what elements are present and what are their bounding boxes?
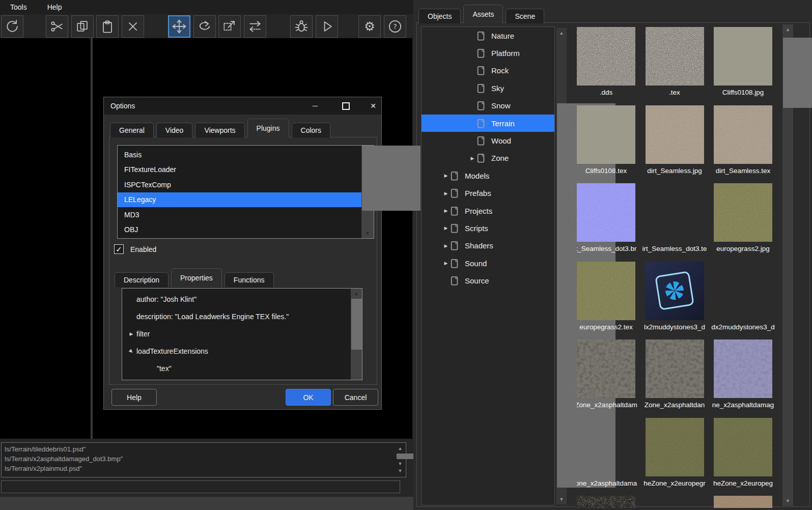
- tree-item-nature[interactable]: Nature: [422, 27, 554, 44]
- asset-cell[interactable]: [714, 496, 772, 508]
- help-button[interactable]: Help: [111, 389, 157, 406]
- asset-cell[interactable]: heZone_x2europeg: [714, 418, 772, 496]
- asset-grid[interactable]: .dds.texCliffs0108.jpgCliffs0108.texdirt…: [577, 27, 782, 508]
- close-button[interactable]: ✕: [365, 97, 382, 115]
- expand-arrow-icon[interactable]: [126, 331, 136, 336]
- tree-item-shaders[interactable]: Shaders: [422, 237, 554, 254]
- plugin-item[interactable]: Basis: [118, 147, 361, 162]
- properties-scroll-thumb[interactable]: [351, 299, 362, 350]
- scale-button[interactable]: [218, 15, 241, 38]
- asset-cell[interactable]: ne_x2asphaltdamag: [714, 339, 772, 418]
- tab-colors[interactable]: Colors: [292, 123, 330, 137]
- tab-viewports[interactable]: Viewports: [195, 123, 244, 137]
- tree-item-scripts[interactable]: Scripts: [422, 219, 554, 237]
- asset-cell[interactable]: dirt_Seamless.tex: [714, 105, 772, 184]
- tab-objects[interactable]: Objects: [418, 9, 461, 23]
- expand-arrow-icon[interactable]: [442, 243, 450, 248]
- asset-cell[interactable]: dirt_Seamless.jpg: [646, 105, 704, 184]
- tab-assets[interactable]: Assets: [463, 5, 503, 23]
- tab-scene[interactable]: Scene: [506, 9, 544, 23]
- copy-button[interactable]: [71, 15, 94, 38]
- asset-cell[interactable]: dx2muddystones3_d: [714, 262, 772, 340]
- property-row[interactable]: "tex": [122, 360, 351, 377]
- expand-arrow-icon[interactable]: [468, 156, 477, 161]
- expand-arrow-icon[interactable]: [442, 191, 450, 196]
- tree-item-sky[interactable]: Sky: [422, 79, 554, 97]
- asset-cell[interactable]: Cliffs0108.jpg: [714, 27, 772, 105]
- translate-button[interactable]: [244, 15, 266, 38]
- rotate-button[interactable]: [193, 15, 216, 38]
- run-button[interactable]: [316, 15, 338, 38]
- tab-functions[interactable]: Functions: [225, 272, 274, 287]
- console-log[interactable]: ls/Terrain/tileddebris01.psd"ls/Terrain/…: [1, 442, 406, 477]
- tab-description[interactable]: Description: [115, 272, 169, 287]
- asset-cell[interactable]: .dds: [577, 27, 635, 105]
- scroll-up-icon[interactable]: [556, 29, 567, 37]
- plugin-item[interactable]: FITextureLoader: [118, 162, 361, 178]
- tree-item-prefabs[interactable]: Prefabs: [422, 185, 554, 202]
- scroll-up-icon[interactable]: [351, 290, 362, 298]
- tree-item-wood[interactable]: Wood: [422, 132, 554, 149]
- cut-button[interactable]: [46, 15, 68, 38]
- asset-cell[interactable]: t_Seamless_dot3.br: [577, 183, 635, 262]
- ok-button[interactable]: OK: [286, 389, 331, 406]
- asset-cell[interactable]: .tex: [646, 27, 704, 105]
- scroll-down-icon[interactable]: [556, 495, 567, 503]
- minimize-button[interactable]: ─: [306, 97, 324, 115]
- property-row[interactable]: filter: [122, 325, 351, 343]
- maximize-button[interactable]: [337, 97, 354, 115]
- scroll-down-icon[interactable]: [361, 229, 374, 237]
- tree-item-projects[interactable]: Projects: [422, 202, 554, 219]
- menu-tools[interactable]: Tools: [0, 0, 37, 14]
- grid-scroll-thumb[interactable]: [783, 38, 812, 108]
- enabled-checkbox[interactable]: ✓: [114, 244, 124, 254]
- tree-item-models[interactable]: Models: [422, 167, 554, 184]
- asset-tree[interactable]: NaturePlatformRockSkySnowTerrainWoodZone…: [421, 26, 555, 505]
- console-scrollbar[interactable]: [396, 444, 404, 475]
- asset-cell[interactable]: Zone_x2asphaltdan: [646, 339, 704, 418]
- move-button[interactable]: [168, 15, 190, 38]
- cancel-button[interactable]: Cancel: [333, 389, 378, 406]
- tree-item-rock[interactable]: Rock: [422, 62, 554, 79]
- property-row[interactable]: description: "Load Leadwerks Engine TEX …: [122, 308, 351, 325]
- asset-cell[interactable]: Zone_x2asphaltdam: [577, 339, 635, 418]
- scroll-down-icon[interactable]: [396, 467, 404, 475]
- tree-item-sound[interactable]: Sound: [422, 254, 554, 272]
- plugin-item[interactable]: LELegacy: [118, 192, 361, 208]
- dialog-title-bar[interactable]: Options ─ ✕: [104, 97, 381, 115]
- asset-cell[interactable]: [577, 496, 635, 508]
- tree-item-source[interactable]: Source: [422, 272, 554, 289]
- asset-cell[interactable]: [646, 496, 704, 508]
- plugin-list-scrollbar[interactable]: [361, 146, 374, 238]
- property-row[interactable]: author: "Josh Klint": [122, 291, 351, 308]
- property-row[interactable]: loadTextureExtensions: [122, 343, 351, 360]
- asset-cell[interactable]: one_x2asphaltdama: [577, 418, 635, 496]
- asset-cell[interactable]: Cliffs0108.tex: [577, 105, 635, 184]
- tab-video[interactable]: Video: [156, 123, 193, 137]
- help-button[interactable]: ?: [384, 15, 406, 38]
- tab-general[interactable]: General: [110, 123, 154, 137]
- delete-button[interactable]: [122, 15, 144, 38]
- scroll-up-icon[interactable]: [396, 444, 404, 452]
- expand-arrow-icon[interactable]: [442, 173, 450, 178]
- asset-cell[interactable]: heZone_x2europegr: [646, 418, 704, 496]
- plugin-item[interactable]: ISPCTexComp: [118, 177, 361, 192]
- expand-arrow-icon[interactable]: [442, 208, 450, 213]
- refresh-button[interactable]: [1, 15, 23, 38]
- tree-item-zone[interactable]: Zone: [422, 150, 554, 167]
- asset-cell[interactable]: europegrass2.jpg: [714, 183, 772, 262]
- collapse-arrow-icon[interactable]: [126, 346, 136, 356]
- plugin-scroll-thumb[interactable]: [362, 146, 421, 211]
- tab-properties[interactable]: Properties: [171, 268, 222, 287]
- debug-button[interactable]: [290, 15, 313, 38]
- plugin-item[interactable]: MD3: [118, 207, 361, 222]
- properties-tree[interactable]: author: "Josh Klint"description: "Load L…: [122, 288, 362, 380]
- scroll-up-icon[interactable]: [782, 25, 793, 34]
- tab-plugins[interactable]: Plugins: [247, 119, 289, 137]
- tree-item-snow[interactable]: Snow: [422, 97, 554, 115]
- paste-button[interactable]: [96, 15, 119, 38]
- settings-button[interactable]: ⚙: [358, 15, 381, 38]
- menu-help[interactable]: Help: [37, 0, 72, 14]
- properties-scrollbar[interactable]: [351, 289, 362, 380]
- asset-cell[interactable]: lx2muddystones3_d: [646, 262, 704, 340]
